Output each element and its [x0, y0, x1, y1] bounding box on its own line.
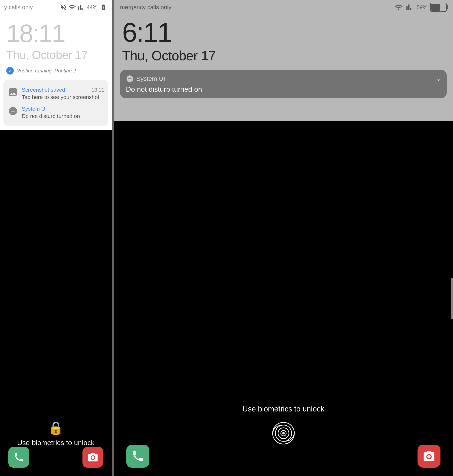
right-biometrics-section: Use biometrics to unlock: [242, 405, 324, 447]
dnd-notif-icon: [7, 106, 18, 116]
right-status-text: mergency calls only: [120, 4, 171, 11]
right-clock: 6:11: [114, 15, 453, 46]
right-signal-icon: [405, 4, 414, 11]
left-battery-text: 44%: [87, 4, 98, 11]
left-phone-panel: y calls only 44%: [0, 0, 112, 476]
screenshot-notif-content: Screenshot saved 18:11 Tap here to see y…: [22, 87, 104, 100]
screenshot-notif-icon: [7, 87, 18, 98]
wifi-icon: [68, 4, 76, 11]
right-notification-card[interactable]: System UI ⌄ Do not disturb turned on: [120, 70, 447, 98]
right-notif-app: System UI: [126, 75, 165, 83]
left-phone-shortcut[interactable]: [8, 447, 29, 468]
signal-icon: [78, 4, 85, 11]
mute-icon: [60, 4, 67, 11]
screenshot-app-name: Screenshot saved: [22, 87, 65, 93]
battery-icon: [99, 4, 107, 11]
right-battery-text: 59%: [417, 4, 428, 11]
left-status-text: y calls only: [4, 4, 33, 11]
left-status-bar: y calls only 44%: [0, 0, 112, 15]
fingerprint-icon: [270, 420, 297, 447]
left-biometrics-text: Use biometrics to unlock: [17, 439, 94, 447]
screenshot-notif-title-row: Screenshot saved 18:11: [22, 87, 104, 93]
right-date: Thu, October 17: [114, 46, 453, 68]
right-biometrics-text: Use biometrics to unlock: [242, 405, 324, 413]
panel-divider: [112, 0, 114, 476]
right-notif-app-name: System UI: [136, 75, 165, 82]
right-wifi-icon: [394, 4, 403, 11]
left-shortcuts: [0, 447, 112, 468]
systemui-notif-title-row: System UI: [22, 106, 104, 112]
right-notif-header: System UI ⌄: [126, 75, 441, 83]
right-camera-shortcut[interactable]: [418, 445, 440, 468]
right-shortcuts: [114, 445, 453, 468]
left-clock: 18:11: [0, 15, 112, 46]
right-scrollbar[interactable]: [451, 278, 453, 320]
left-date: Thu, October 17: [0, 46, 112, 66]
left-notification-card[interactable]: Screenshot saved 18:11 Tap here to see y…: [3, 80, 108, 126]
systemui-app-name: System UI: [22, 106, 47, 112]
left-bottom-section: 🔒 Use biometrics to unlock: [0, 130, 112, 476]
screenshot-notif-body: Tap here to see your screenshot.: [22, 94, 104, 100]
routine-icon: ✓: [6, 67, 14, 75]
right-phone-shortcut[interactable]: [126, 445, 149, 468]
left-camera-shortcut[interactable]: [82, 447, 103, 468]
systemui-notification[interactable]: System UI Do not disturb turned on: [7, 103, 104, 122]
right-status-icons: 59%: [394, 3, 447, 12]
right-dnd-icon: [126, 75, 134, 83]
right-notif-body: Do not disturb turned on: [126, 85, 441, 93]
right-status-bar: mergency calls only 59%: [114, 0, 453, 15]
left-biometrics-section: 🔒 Use biometrics to unlock: [17, 420, 94, 447]
right-phone-panel: mergency calls only 59% 6:11 Thu, Octobe: [114, 0, 453, 476]
left-status-icons: 44%: [60, 4, 107, 11]
systemui-notif-content: System UI Do not disturb turned on: [22, 106, 104, 119]
lock-icon: 🔒: [48, 420, 64, 435]
routine-text: Routine running: Routine 2: [16, 68, 76, 74]
screenshot-notification[interactable]: Screenshot saved 18:11 Tap here to see y…: [7, 84, 104, 103]
systemui-notif-body: Do not disturb turned on: [22, 113, 104, 119]
left-top-section: y calls only 44%: [0, 0, 112, 130]
right-battery-icon: [430, 3, 447, 12]
right-bottom-section: Use biometrics to unlock: [114, 121, 453, 476]
left-routine-bar: ✓ Routine running: Routine 2: [0, 66, 112, 76]
chevron-down-icon: ⌄: [436, 75, 441, 82]
svg-point-4: [283, 432, 284, 434]
screenshot-notif-time: 18:11: [92, 87, 104, 93]
right-top-section: mergency calls only 59% 6:11 Thu, Octobe: [114, 0, 453, 121]
